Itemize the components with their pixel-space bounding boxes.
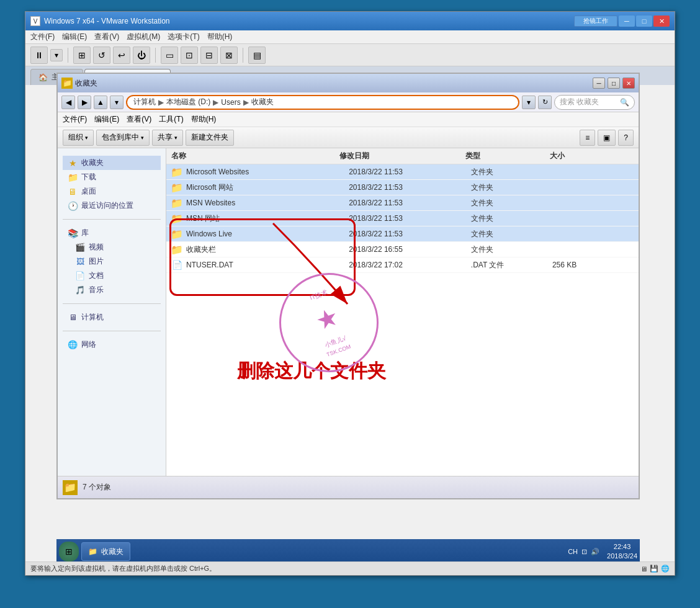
path-sep-3: ▶ <box>243 98 249 107</box>
col-date-header[interactable]: 修改日期 <box>339 151 465 161</box>
toolbar-btn-2[interactable]: ↺ <box>93 47 110 64</box>
nav-dropdown-btn[interactable]: ▾ <box>110 96 123 109</box>
vmware-status-text: 要将输入定向到该虚拟机，请在虚拟机内部单击或按 Ctrl+G。 <box>30 564 216 573</box>
explorer-maximize[interactable]: □ <box>608 78 620 89</box>
vmware-special-btn[interactable]: 抢镜工作 <box>574 16 617 27</box>
sidebar-item-documents[interactable]: 📄 文档 <box>63 269 161 283</box>
toolbar-pause-btn[interactable]: ⏸ <box>30 47 48 64</box>
toolbar-btn-3[interactable]: ↩ <box>113 47 130 64</box>
nav-up-btn[interactable]: ▲ <box>94 96 107 109</box>
nav-back-btn[interactable]: ◀ <box>61 96 75 109</box>
exp-menu-edit[interactable]: 编辑(E) <box>94 114 119 125</box>
file-item-0[interactable]: 📁 Microsoft Websites 2018/3/22 11:53 文件夹 <box>166 164 639 180</box>
vmware-status-bar: 要将输入定向到该虚拟机，请在虚拟机内部单击或按 Ctrl+G。 🖥 💾 🌐 <box>25 561 675 575</box>
file-item-4[interactable]: 📁 Windows Live 2018/3/22 11:53 文件夹 <box>166 226 639 242</box>
sidebar-divider-2 <box>63 303 161 304</box>
sys-network-icon: ⊡ <box>581 548 587 556</box>
menu-edit[interactable]: 编辑(E) <box>62 32 87 42</box>
toolbar-btn-4[interactable]: ⏻ <box>133 47 150 64</box>
include-label: 包含到库中 <box>102 132 139 143</box>
sidebar-item-video[interactable]: 🎬 视频 <box>63 240 161 254</box>
vmware-minimize-btn[interactable]: ─ <box>619 16 635 27</box>
explorer-status-bar: 📁 7 个对象 <box>58 476 639 498</box>
explorer-close[interactable]: ✕ <box>622 78 635 89</box>
exp-menu-help[interactable]: 帮助(H) <box>191 114 217 125</box>
menu-view[interactable]: 查看(V) <box>94 32 119 42</box>
toolbar-btn-1[interactable]: ⊞ <box>73 47 91 64</box>
share-btn[interactable]: 共享 ▾ <box>152 130 183 146</box>
sidebar-item-favorites[interactable]: ★ 收藏夹 <box>63 156 161 170</box>
col-size-header[interactable]: 大小 <box>550 151 634 161</box>
file-name-0: Microsoft Websites <box>186 168 349 176</box>
clock-date: 2018/3/24 <box>607 552 637 561</box>
sidebar-item-library[interactable]: 📚 库 <box>63 226 161 240</box>
documents-label: 文档 <box>89 270 104 281</box>
include-btn[interactable]: 包含到库中 ▾ <box>96 130 150 146</box>
explorer-minimize[interactable]: ─ <box>593 78 605 89</box>
vm-content: 📁 收藏夹 ─ □ ✕ ◀ ▶ ▲ ▾ 计算机 ▶ 本地磁盘 (D:) ▶ Us… <box>56 73 640 499</box>
sidebar-item-computer[interactable]: 🖥 计算机 <box>63 310 161 324</box>
path-sep-2: ▶ <box>213 98 218 107</box>
exp-menu-file[interactable]: 文件(F) <box>63 114 87 125</box>
organize-arrow: ▾ <box>85 135 88 141</box>
col-type-header[interactable]: 类型 <box>465 151 549 161</box>
file-item-1[interactable]: 📁 Microsoft 网站 2018/3/22 11:53 文件夹 <box>166 180 639 195</box>
vmware-net-icon: 🌐 <box>661 565 670 573</box>
file-item-2[interactable]: 📁 MSN Websites 2018/3/22 11:53 文件夹 <box>166 195 639 211</box>
menu-file[interactable]: 文件(F) <box>30 32 55 42</box>
exp-menu-view[interactable]: 查看(V) <box>127 114 151 125</box>
sidebar-favorites-section: ★ 收藏夹 📁 下载 🖥 桌面 <box>58 153 166 215</box>
recent-icon: 🕐 <box>68 201 78 211</box>
address-path[interactable]: 计算机 ▶ 本地磁盘 (D:) ▶ Users ▶ 收藏夹 <box>126 95 519 110</box>
new-folder-btn[interactable]: 新建文件夹 <box>186 130 234 146</box>
toolbar-btn-8[interactable]: ⊠ <box>220 47 238 64</box>
vmware-maximize-btn[interactable]: □ <box>636 16 652 27</box>
sidebar-item-downloads[interactable]: 📁 下载 <box>63 170 161 184</box>
sidebar-item-music[interactable]: 🎵 音乐 <box>63 283 161 297</box>
file-item-6[interactable]: 📄 NTUSER.DAT 2018/3/22 17:02 .DAT 文件 256… <box>166 257 639 273</box>
path-drive: 本地磁盘 (D:) <box>166 97 210 107</box>
preview-btn[interactable]: ▣ <box>598 130 616 146</box>
network-label: 网络 <box>81 339 96 350</box>
toolbar-btn-7[interactable]: ⊟ <box>200 47 218 64</box>
sidebar-network-section: 🌐 网络 <box>58 335 166 354</box>
toolbar-btn-9[interactable]: ▤ <box>248 47 266 64</box>
desktop-icon: 🖥 <box>68 187 78 197</box>
refresh-btn[interactable]: ↻ <box>538 96 552 109</box>
menu-vm[interactable]: 虚拟机(M) <box>127 32 160 42</box>
path-folder: 收藏夹 <box>251 97 274 107</box>
file-item-3[interactable]: 📁 MSN 网站 2018/3/22 11:53 文件夹 <box>166 211 639 226</box>
computer-label: 计算机 <box>81 312 104 323</box>
folder-icon-2: 📁 <box>171 197 182 208</box>
exp-menu-tools[interactable]: 工具(T) <box>159 114 183 125</box>
documents-icon: 📄 <box>75 271 85 281</box>
taskbar-clock[interactable]: 22:43 2018/3/24 <box>607 542 637 561</box>
view-btn[interactable]: ≡ <box>580 130 595 146</box>
search-box[interactable]: 搜索 收藏夹 🔍 <box>554 95 635 110</box>
sidebar-item-pictures[interactable]: 🖼 图片 <box>63 254 161 269</box>
menu-tabs[interactable]: 选项卡(T) <box>168 32 199 42</box>
menu-help[interactable]: 帮助(H) <box>207 32 233 42</box>
taskbar-app-label: 收藏夹 <box>101 547 123 557</box>
vmware-icon: V <box>30 16 40 26</box>
nav-forward-btn[interactable]: ▶ <box>78 96 91 109</box>
address-dropdown[interactable]: ▾ <box>522 96 536 109</box>
folder-icon-3: 📁 <box>171 213 182 224</box>
toolbar-btn-5[interactable]: ▭ <box>161 47 178 64</box>
sys-lang-indicator[interactable]: CH <box>568 548 578 555</box>
vmware-close-btn[interactable]: ✕ <box>653 16 670 27</box>
file-date-3: 2018/3/22 11:53 <box>349 214 471 223</box>
start-button[interactable]: ⊞ <box>59 542 79 561</box>
col-name-header[interactable]: 名称 <box>171 151 339 161</box>
sidebar-item-desktop[interactable]: 🖥 桌面 <box>63 184 161 199</box>
organize-btn[interactable]: 组织 ▾ <box>63 130 94 146</box>
file-date-4: 2018/3/22 11:53 <box>349 230 471 238</box>
help-btn[interactable]: ? <box>618 130 634 146</box>
toolbar-btn-6[interactable]: ⊡ <box>181 47 198 64</box>
file-date-0: 2018/3/22 11:53 <box>349 168 471 176</box>
taskbar-app-favorites[interactable]: 📁 收藏夹 <box>81 542 130 561</box>
sidebar-item-network[interactable]: 🌐 网络 <box>63 338 161 352</box>
file-item-5[interactable]: 📁 收藏夹栏 2018/3/22 16:55 文件夹 <box>166 242 639 257</box>
toolbar-pause-dropdown[interactable]: ▾ <box>50 49 63 61</box>
sidebar-item-recent[interactable]: 🕐 最近访问的位置 <box>63 199 161 213</box>
